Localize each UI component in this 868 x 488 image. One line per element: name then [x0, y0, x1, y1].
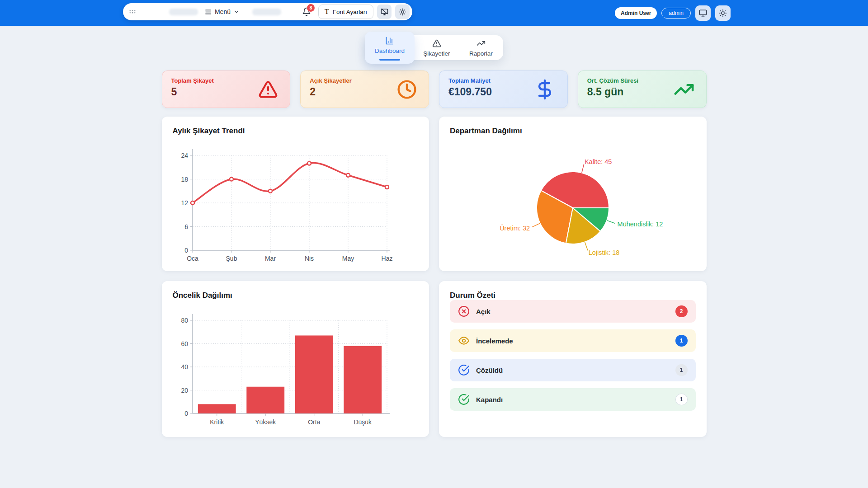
stat-card-toplam-sikayet: Toplam Şikayet 5	[162, 70, 291, 108]
tab-label: Raporlar	[469, 50, 493, 57]
svg-text:Kalite: 45: Kalite: 45	[585, 158, 612, 165]
bar-chart-card: Öncelik Dağılımı 020406080KritikYüksekOr…	[162, 281, 429, 437]
svg-text:Nis: Nis	[304, 255, 313, 262]
pie-chart-title: Departman Dağılımı	[450, 127, 696, 136]
svg-text:40: 40	[181, 363, 188, 371]
alert-triangle-icon	[432, 39, 441, 48]
tab-dashboard[interactable]: Dashboard	[365, 32, 415, 64]
notifications-button[interactable]: 8	[302, 7, 311, 16]
status-count-badge: 2	[675, 305, 688, 317]
svg-text:12: 12	[181, 199, 188, 206]
svg-text:20: 20	[181, 387, 188, 394]
svg-text:Lojistik: 18: Lojistik: 18	[589, 249, 620, 256]
svg-text:18: 18	[181, 176, 188, 183]
status-label: Kapandı	[476, 396, 503, 404]
clock-icon	[397, 80, 417, 99]
redacted-logo	[169, 9, 198, 15]
bar-chart-icon	[385, 36, 394, 45]
status-label: İncelemede	[476, 337, 513, 345]
check-circle-icon	[458, 394, 470, 405]
header-toolbar: Menü 8 T Font Ayarları	[123, 3, 412, 20]
sun-icon	[719, 9, 727, 17]
pie-chart-card: Departman Dağılımı Kalite: 45Üretim: 32L…	[439, 117, 707, 271]
tab-label: Şikayetler	[423, 50, 450, 57]
display-button[interactable]	[695, 5, 711, 21]
grip-dots-icon[interactable]	[128, 8, 137, 16]
user-name-pill[interactable]: Admin User	[615, 7, 657, 19]
notification-badge: 8	[307, 4, 315, 12]
line-chart-title: Aylık Şikayet Trendi	[173, 127, 419, 136]
tab-sikayetler[interactable]: Şikayetler	[415, 35, 459, 60]
status-label: Açık	[476, 308, 491, 315]
monitor-off-icon	[381, 8, 388, 16]
line-chart: 06121824OcaŞubMarNisMayHaz	[173, 142, 417, 267]
eye-icon	[458, 335, 470, 347]
sun-icon	[399, 8, 406, 16]
menu-label: Menü	[215, 8, 231, 15]
svg-text:Haz: Haz	[381, 255, 392, 262]
top-bar: Menü 8 T Font Ayarları	[0, 0, 868, 26]
svg-text:Orta: Orta	[308, 418, 320, 426]
stat-card-toplam-maliyet: Toplam Maliyet €109.750	[439, 70, 568, 108]
svg-text:60: 60	[181, 340, 188, 347]
svg-text:Mar: Mar	[264, 255, 275, 262]
svg-text:Kritik: Kritik	[210, 418, 224, 426]
line-chart-card: Aylık Şikayet Trendi 06121824OcaŞubMarNi…	[162, 117, 429, 271]
status-row-acik[interactable]: Açık 2	[450, 300, 696, 323]
svg-text:24: 24	[181, 152, 188, 159]
tab-raporlar[interactable]: Raporlar	[459, 35, 503, 60]
check-circle-icon	[458, 364, 470, 376]
svg-text:Üretim: 32: Üretim: 32	[500, 224, 530, 232]
trending-up-icon	[476, 39, 486, 48]
svg-text:Oca: Oca	[187, 255, 198, 262]
svg-text:0: 0	[184, 410, 188, 417]
status-summary-title: Durum Özeti	[450, 291, 696, 300]
x-circle-icon	[458, 305, 470, 317]
status-count-badge: 1	[675, 364, 688, 376]
trending-up-icon	[674, 79, 694, 100]
chevron-down-icon	[233, 9, 240, 15]
svg-text:80: 80	[181, 317, 188, 324]
theme-button[interactable]	[715, 5, 731, 21]
svg-text:Yüksek: Yüksek	[255, 418, 276, 426]
bar-chart: 020406080KritikYüksekOrtaDüşük	[173, 306, 417, 431]
stat-card-acik-sikayetler: Açık Şikayetler 2	[300, 70, 429, 108]
svg-text:Şub: Şub	[226, 255, 237, 262]
stat-cards-row: Toplam Şikayet 5 Açık Şikayetler 2	[162, 70, 707, 108]
charts-row-2: Öncelik Dağılımı 020406080KritikYüksekOr…	[162, 281, 707, 437]
active-tab-indicator	[379, 59, 400, 61]
svg-text:Düşük: Düşük	[354, 418, 372, 426]
status-row-incelemede[interactable]: İncelemede 1	[450, 329, 696, 352]
svg-text:May: May	[342, 255, 354, 262]
user-area: Admin User admin	[615, 0, 731, 26]
monitor-icon	[699, 9, 707, 17]
status-count-badge: 1	[675, 335, 688, 347]
user-role-pill[interactable]: admin	[661, 8, 691, 19]
status-row-kapandi[interactable]: Kapandı 1	[450, 388, 696, 411]
svg-text:Mühendislik: 12: Mühendislik: 12	[618, 221, 663, 228]
status-label: Çözüldü	[476, 366, 503, 374]
status-row-cozuldu[interactable]: Çözüldü 1	[450, 359, 696, 381]
redacted-text	[252, 9, 281, 15]
stat-card-cozum-suresi: Ort. Çözüm Süresi 8.5 gün	[578, 70, 707, 108]
svg-text:6: 6	[184, 223, 188, 230]
status-count-badge: 1	[675, 394, 688, 405]
status-summary-card: Durum Özeti Açık 2	[439, 281, 707, 437]
display-off-button[interactable]	[377, 5, 392, 19]
font-icon: T	[325, 8, 329, 15]
font-settings-button[interactable]: T Font Ayarları	[318, 5, 373, 19]
hamburger-icon	[204, 8, 212, 16]
pie-chart: Kalite: 45Üretim: 32Lojistik: 18Mühendis…	[450, 142, 695, 267]
svg-text:0: 0	[184, 247, 188, 254]
alert-triangle-icon	[258, 80, 278, 99]
tab-label: Dashboard	[375, 47, 405, 54]
tab-bar: Dashboard Şikayetler Raporlar	[365, 35, 503, 60]
dashboard-page: Menü 8 T Font Ayarları	[0, 0, 868, 488]
charts-row-1: Aylık Şikayet Trendi 06121824OcaŞubMarNi…	[162, 117, 707, 271]
menu-button[interactable]: Menü	[204, 8, 240, 16]
font-settings-label: Font Ayarları	[333, 9, 367, 15]
light-theme-button[interactable]	[395, 5, 410, 19]
main-content: Toplam Şikayet 5 Açık Şikayetler 2	[162, 70, 707, 437]
bar-chart-title: Öncelik Dağılımı	[173, 291, 419, 300]
dollar-icon	[534, 79, 556, 100]
